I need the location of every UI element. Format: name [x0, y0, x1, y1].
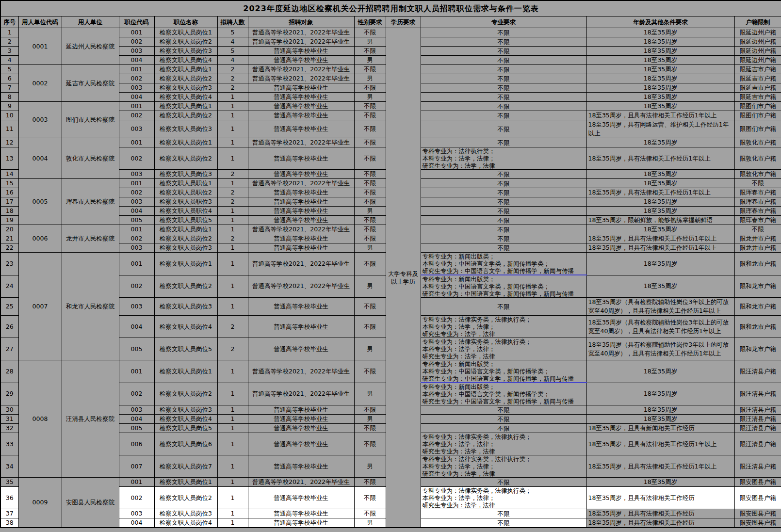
major-line: 专科专业为：法律实务类，法律执行类； — [423, 433, 585, 440]
cell-gender: 不限 — [354, 360, 386, 383]
cell-residence: 限敦化市户籍 — [734, 147, 781, 170]
cell-post-code: 001 — [119, 360, 154, 383]
cell-age: 18至35周岁 — [586, 415, 734, 424]
cell-age: 18至35周岁，具有法律相关工作经历1年以上 — [586, 188, 734, 197]
cell-no: 7 — [0, 83, 18, 93]
cell-target: 普通高等学校2021、2022年毕业生 — [248, 138, 354, 147]
cell-major: 不限 — [421, 405, 586, 415]
cell-major: 不限 — [421, 478, 586, 487]
cell-post-name: 检察文职人员岗位4 — [154, 93, 217, 102]
cell-post-name: 检察文职人员岗位2 — [154, 111, 217, 120]
cell-gender: 不限 — [354, 188, 386, 197]
cell-count: 1 — [217, 243, 248, 253]
cell-target: 普通高等学校毕业生 — [248, 405, 354, 415]
major-line: 专科专业为：法律实务类，法律执行类； — [423, 455, 585, 463]
cell-target: 普通高等学校2021、2022年毕业生 — [248, 478, 354, 487]
cell-target: 普通高等学校2021、2022年毕业生 — [248, 74, 354, 83]
cell-post-name: 检察文职人员岗位1 — [154, 102, 217, 111]
cell-no: 24 — [0, 275, 18, 298]
cell-age: 18至35周岁，且具有法律相关工作经历1年以上 — [586, 243, 734, 253]
cell-residence: 限安图县户籍 — [734, 518, 781, 528]
cell-employer: 龙井市人民检察院 — [62, 225, 119, 253]
cell-post-code: 003 — [119, 243, 154, 253]
column-header-post-code: 职位代码 — [119, 16, 154, 28]
cell-target: 普通高等学校毕业生 — [248, 197, 354, 207]
cell-post-code: 001 — [119, 179, 154, 188]
cell-no: 22 — [0, 243, 18, 253]
cell-age: 18至35周岁 — [586, 47, 734, 56]
cell-major: 不限 — [421, 188, 586, 197]
cell-count: 2 — [217, 188, 248, 197]
cell-target: 普通高等学校2021、2022年毕业生 — [248, 37, 354, 47]
cell-post-name: 检察文职人员岗位1 — [154, 138, 217, 147]
cell-no: 2 — [0, 37, 18, 47]
cell-no: 17 — [0, 197, 18, 207]
cell-residence: 限延吉市户籍 — [734, 65, 781, 74]
cell-post-name: 检察文职人员岗位5 — [154, 338, 217, 360]
cell-gender: 不限 — [354, 147, 386, 170]
cell-major: 不限 — [421, 83, 586, 93]
cell-gender: 男 — [354, 93, 386, 102]
cell-target: 普通高等学校2021、2022年毕业生 — [248, 360, 354, 383]
cell-post-code: 002 — [119, 37, 154, 47]
cell-major: 不限 — [421, 509, 586, 518]
cell-count: 2 — [217, 316, 248, 338]
cell-age: 18至35周岁 — [586, 37, 734, 47]
cell-target: 普通高等学校2021、2022年毕业生 — [248, 383, 354, 405]
cell-post-code: 002 — [119, 188, 154, 197]
cell-gender: 男 — [354, 383, 386, 405]
cell-age: 18至35周岁 — [586, 405, 734, 415]
cell-post-name: 检察文职人员岗位2 — [154, 383, 217, 405]
cell-major: 不限 — [421, 56, 586, 65]
cell-employer-code: 0004 — [18, 138, 62, 179]
cell-residence: 限图们市户籍 — [734, 120, 781, 138]
cell-post-code: 001 — [119, 253, 154, 275]
cell-post-name: 检察文职人员职位1 — [154, 179, 217, 188]
cell-age: 18至35周岁，且具有法律相关工作经历1年以上 — [586, 234, 734, 243]
cell-no: 14 — [0, 170, 18, 179]
cell-count: 1 — [217, 120, 248, 138]
column-header-major: 专业要求 — [421, 16, 586, 28]
cell-post-name: 检察文职人员岗位4 — [154, 316, 217, 338]
cell-post-name: 检察文职人员岗位5 — [154, 424, 217, 433]
cell-no: 33 — [0, 433, 18, 455]
cell-residence: 限汪清县户籍 — [734, 360, 781, 383]
cell-post-code: 007 — [119, 455, 154, 478]
cell-post-name: 检察文职人员职位4 — [154, 207, 217, 216]
major-line: 本科专业为：法学，法律； — [423, 494, 585, 501]
cell-age: 18至35周岁（具有检察院辅助性岗位3年以上的可放宽至40周岁），且具有法律相关… — [586, 338, 734, 360]
column-header-residence: 户籍限制 — [734, 16, 781, 28]
cell-post-code: 004 — [119, 316, 154, 338]
cell-employer-code: 0001 — [18, 28, 62, 65]
cell-no: 8 — [0, 93, 18, 102]
cell-residence: 限延吉市户籍 — [734, 74, 781, 83]
cell-target: 普通高等学校2021、2022年毕业生 — [248, 65, 354, 74]
cell-count: 5 — [217, 47, 248, 56]
table-row: 10001延边州人民检察院001检察文职人员岗位15普通高等学校2021、202… — [0, 28, 781, 37]
cell-post-name: 检察文职人员岗位1 — [154, 28, 217, 37]
cell-residence: 限汪清县户籍 — [734, 405, 781, 415]
cell-post-name: 检察文职人员岗位3 — [154, 298, 217, 316]
cell-age: 18至35周岁 — [586, 56, 734, 65]
cell-major: 不限 — [421, 225, 586, 234]
cell-gender: 不限 — [354, 478, 386, 487]
cell-gender: 男 — [354, 56, 386, 65]
cell-age: 18至35周岁（具有检察院辅助性岗位3年以上的可放宽至40周岁），且具有法律相关… — [586, 298, 734, 316]
cell-target: 普通高等学校毕业生 — [248, 147, 354, 170]
cell-residence: 限延边州户籍 — [734, 56, 781, 65]
cell-target: 普通高等学校毕业生 — [248, 234, 354, 243]
cell-age: 18至35周岁 — [586, 360, 734, 383]
major-line: 专科专业为：法律实务类，法律执行类； — [423, 316, 585, 323]
major-line: 研究生专业为：法学，法律 — [423, 448, 585, 455]
cell-post-name: 检察文职人员岗位2 — [154, 487, 217, 509]
major-line: 本科专业为：中国语言文学类，新闻传播学类； — [423, 390, 585, 398]
major-line: 本科专业为：中国语言文学类，新闻传播学类； — [423, 283, 585, 290]
cell-count: 1 — [217, 415, 248, 424]
cell-count: 1 — [217, 216, 248, 225]
cell-post-code: 004 — [119, 93, 154, 102]
major-line: 研究生专业为：法学，法律 — [423, 501, 585, 509]
major-line: 研究生专业为：中国语言文学，新闻传播学，新闻与传播 — [423, 375, 585, 382]
cell-count: 1 — [217, 487, 248, 509]
cell-residence: 限和龙市户籍 — [734, 298, 781, 316]
cell-age: 18至35周岁 — [586, 478, 734, 487]
